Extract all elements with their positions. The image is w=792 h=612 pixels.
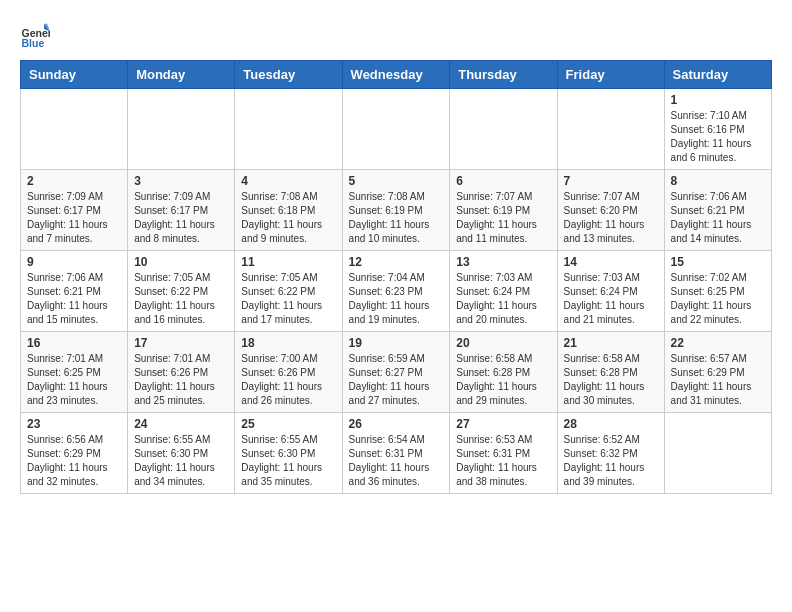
day-info: Sunrise: 7:08 AM Sunset: 6:18 PM Dayligh… — [241, 190, 335, 246]
day-number: 19 — [349, 336, 444, 350]
calendar-cell: 13Sunrise: 7:03 AM Sunset: 6:24 PM Dayli… — [450, 251, 557, 332]
column-header-thursday: Thursday — [450, 61, 557, 89]
day-info: Sunrise: 7:10 AM Sunset: 6:16 PM Dayligh… — [671, 109, 765, 165]
calendar-cell: 4Sunrise: 7:08 AM Sunset: 6:18 PM Daylig… — [235, 170, 342, 251]
day-info: Sunrise: 6:55 AM Sunset: 6:30 PM Dayligh… — [134, 433, 228, 489]
logo-icon: General Blue — [20, 20, 50, 50]
column-header-friday: Friday — [557, 61, 664, 89]
calendar-cell: 16Sunrise: 7:01 AM Sunset: 6:25 PM Dayli… — [21, 332, 128, 413]
calendar-cell — [342, 89, 450, 170]
day-number: 8 — [671, 174, 765, 188]
day-info: Sunrise: 7:03 AM Sunset: 6:24 PM Dayligh… — [564, 271, 658, 327]
day-number: 13 — [456, 255, 550, 269]
day-info: Sunrise: 7:05 AM Sunset: 6:22 PM Dayligh… — [134, 271, 228, 327]
day-number: 24 — [134, 417, 228, 431]
calendar-cell: 11Sunrise: 7:05 AM Sunset: 6:22 PM Dayli… — [235, 251, 342, 332]
day-number: 17 — [134, 336, 228, 350]
calendar-cell: 6Sunrise: 7:07 AM Sunset: 6:19 PM Daylig… — [450, 170, 557, 251]
day-number: 18 — [241, 336, 335, 350]
day-number: 20 — [456, 336, 550, 350]
column-header-sunday: Sunday — [21, 61, 128, 89]
day-number: 16 — [27, 336, 121, 350]
day-number: 25 — [241, 417, 335, 431]
week-row-2: 2Sunrise: 7:09 AM Sunset: 6:17 PM Daylig… — [21, 170, 772, 251]
day-number: 28 — [564, 417, 658, 431]
day-info: Sunrise: 6:57 AM Sunset: 6:29 PM Dayligh… — [671, 352, 765, 408]
day-number: 2 — [27, 174, 121, 188]
calendar-cell: 12Sunrise: 7:04 AM Sunset: 6:23 PM Dayli… — [342, 251, 450, 332]
day-number: 7 — [564, 174, 658, 188]
header: General Blue — [20, 20, 772, 50]
calendar-cell: 20Sunrise: 6:58 AM Sunset: 6:28 PM Dayli… — [450, 332, 557, 413]
day-info: Sunrise: 6:54 AM Sunset: 6:31 PM Dayligh… — [349, 433, 444, 489]
calendar-cell: 27Sunrise: 6:53 AM Sunset: 6:31 PM Dayli… — [450, 413, 557, 494]
column-header-wednesday: Wednesday — [342, 61, 450, 89]
calendar-header-row: SundayMondayTuesdayWednesdayThursdayFrid… — [21, 61, 772, 89]
day-info: Sunrise: 7:08 AM Sunset: 6:19 PM Dayligh… — [349, 190, 444, 246]
day-number: 5 — [349, 174, 444, 188]
day-info: Sunrise: 6:59 AM Sunset: 6:27 PM Dayligh… — [349, 352, 444, 408]
day-info: Sunrise: 7:01 AM Sunset: 6:25 PM Dayligh… — [27, 352, 121, 408]
week-row-4: 16Sunrise: 7:01 AM Sunset: 6:25 PM Dayli… — [21, 332, 772, 413]
day-info: Sunrise: 6:52 AM Sunset: 6:32 PM Dayligh… — [564, 433, 658, 489]
day-info: Sunrise: 6:55 AM Sunset: 6:30 PM Dayligh… — [241, 433, 335, 489]
day-info: Sunrise: 7:07 AM Sunset: 6:19 PM Dayligh… — [456, 190, 550, 246]
day-number: 9 — [27, 255, 121, 269]
calendar-cell: 22Sunrise: 6:57 AM Sunset: 6:29 PM Dayli… — [664, 332, 771, 413]
day-number: 15 — [671, 255, 765, 269]
column-header-monday: Monday — [128, 61, 235, 89]
week-row-3: 9Sunrise: 7:06 AM Sunset: 6:21 PM Daylig… — [21, 251, 772, 332]
calendar-cell: 3Sunrise: 7:09 AM Sunset: 6:17 PM Daylig… — [128, 170, 235, 251]
day-number: 4 — [241, 174, 335, 188]
calendar-cell: 5Sunrise: 7:08 AM Sunset: 6:19 PM Daylig… — [342, 170, 450, 251]
day-info: Sunrise: 7:03 AM Sunset: 6:24 PM Dayligh… — [456, 271, 550, 327]
day-info: Sunrise: 7:02 AM Sunset: 6:25 PM Dayligh… — [671, 271, 765, 327]
day-info: Sunrise: 7:05 AM Sunset: 6:22 PM Dayligh… — [241, 271, 335, 327]
calendar-cell — [128, 89, 235, 170]
day-info: Sunrise: 7:09 AM Sunset: 6:17 PM Dayligh… — [134, 190, 228, 246]
calendar-cell — [664, 413, 771, 494]
calendar-cell: 7Sunrise: 7:07 AM Sunset: 6:20 PM Daylig… — [557, 170, 664, 251]
day-number: 12 — [349, 255, 444, 269]
calendar-cell: 2Sunrise: 7:09 AM Sunset: 6:17 PM Daylig… — [21, 170, 128, 251]
calendar-cell: 28Sunrise: 6:52 AM Sunset: 6:32 PM Dayli… — [557, 413, 664, 494]
day-number: 3 — [134, 174, 228, 188]
day-info: Sunrise: 7:09 AM Sunset: 6:17 PM Dayligh… — [27, 190, 121, 246]
day-info: Sunrise: 6:58 AM Sunset: 6:28 PM Dayligh… — [456, 352, 550, 408]
calendar-cell: 18Sunrise: 7:00 AM Sunset: 6:26 PM Dayli… — [235, 332, 342, 413]
day-number: 22 — [671, 336, 765, 350]
calendar-cell: 25Sunrise: 6:55 AM Sunset: 6:30 PM Dayli… — [235, 413, 342, 494]
day-number: 26 — [349, 417, 444, 431]
calendar-cell: 8Sunrise: 7:06 AM Sunset: 6:21 PM Daylig… — [664, 170, 771, 251]
day-info: Sunrise: 7:01 AM Sunset: 6:26 PM Dayligh… — [134, 352, 228, 408]
calendar-cell: 10Sunrise: 7:05 AM Sunset: 6:22 PM Dayli… — [128, 251, 235, 332]
calendar-cell: 26Sunrise: 6:54 AM Sunset: 6:31 PM Dayli… — [342, 413, 450, 494]
day-info: Sunrise: 6:56 AM Sunset: 6:29 PM Dayligh… — [27, 433, 121, 489]
day-number: 23 — [27, 417, 121, 431]
column-header-tuesday: Tuesday — [235, 61, 342, 89]
day-info: Sunrise: 7:00 AM Sunset: 6:26 PM Dayligh… — [241, 352, 335, 408]
calendar-cell — [450, 89, 557, 170]
calendar-cell: 23Sunrise: 6:56 AM Sunset: 6:29 PM Dayli… — [21, 413, 128, 494]
day-number: 14 — [564, 255, 658, 269]
day-number: 11 — [241, 255, 335, 269]
day-info: Sunrise: 7:04 AM Sunset: 6:23 PM Dayligh… — [349, 271, 444, 327]
day-number: 6 — [456, 174, 550, 188]
calendar-cell — [21, 89, 128, 170]
day-number: 21 — [564, 336, 658, 350]
calendar-cell: 24Sunrise: 6:55 AM Sunset: 6:30 PM Dayli… — [128, 413, 235, 494]
calendar-cell: 14Sunrise: 7:03 AM Sunset: 6:24 PM Dayli… — [557, 251, 664, 332]
calendar-cell — [235, 89, 342, 170]
logo: General Blue — [20, 20, 50, 50]
calendar-cell: 15Sunrise: 7:02 AM Sunset: 6:25 PM Dayli… — [664, 251, 771, 332]
day-info: Sunrise: 7:06 AM Sunset: 6:21 PM Dayligh… — [27, 271, 121, 327]
column-header-saturday: Saturday — [664, 61, 771, 89]
calendar: SundayMondayTuesdayWednesdayThursdayFrid… — [20, 60, 772, 494]
calendar-cell: 17Sunrise: 7:01 AM Sunset: 6:26 PM Dayli… — [128, 332, 235, 413]
calendar-cell: 21Sunrise: 6:58 AM Sunset: 6:28 PM Dayli… — [557, 332, 664, 413]
calendar-cell: 1Sunrise: 7:10 AM Sunset: 6:16 PM Daylig… — [664, 89, 771, 170]
day-number: 1 — [671, 93, 765, 107]
week-row-5: 23Sunrise: 6:56 AM Sunset: 6:29 PM Dayli… — [21, 413, 772, 494]
week-row-1: 1Sunrise: 7:10 AM Sunset: 6:16 PM Daylig… — [21, 89, 772, 170]
day-info: Sunrise: 7:06 AM Sunset: 6:21 PM Dayligh… — [671, 190, 765, 246]
